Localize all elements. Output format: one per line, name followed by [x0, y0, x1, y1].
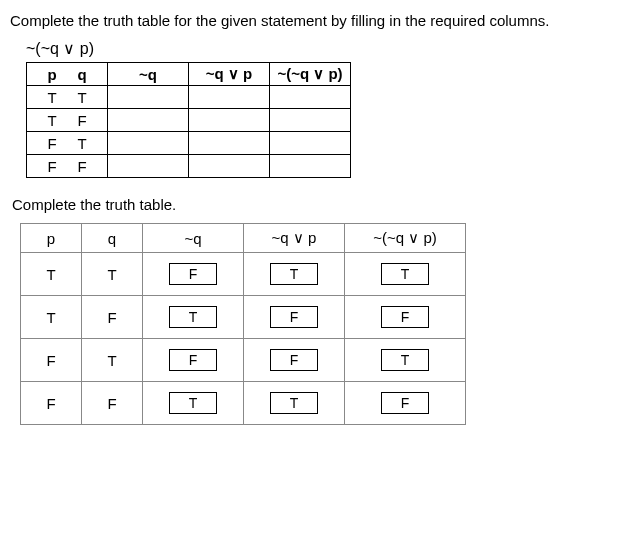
cell-blank: [270, 86, 351, 109]
cell-p: T: [21, 296, 82, 339]
header-p: p: [47, 66, 56, 83]
header-q: q: [77, 66, 86, 83]
table-row: FT: [27, 132, 351, 155]
answer-box[interactable]: T: [169, 392, 217, 414]
table-row: TT: [27, 86, 351, 109]
header-q: q: [82, 224, 143, 253]
answer-box[interactable]: T: [169, 306, 217, 328]
cell-blank: [270, 109, 351, 132]
truth-table-blank: p q ~q ~q ∨ p ~(~q ∨ p) TT TF FT FF: [26, 62, 351, 178]
header-nq: ~q: [143, 224, 244, 253]
table-row: T F T F F: [21, 296, 466, 339]
answer-box[interactable]: T: [270, 392, 318, 414]
table-row: F F T T F: [21, 382, 466, 425]
answer-box[interactable]: F: [381, 392, 429, 414]
cell-p: T: [21, 253, 82, 296]
cell-p: F: [21, 339, 82, 382]
cell-q: F: [82, 382, 143, 425]
table-row: FF: [27, 155, 351, 178]
answer-box[interactable]: T: [381, 349, 429, 371]
answer-box[interactable]: T: [270, 263, 318, 285]
expression-text: ~(~q ∨ p): [26, 39, 633, 58]
header-nqvp: ~q ∨ p: [244, 224, 345, 253]
truth-table-answers: p q ~q ~q ∨ p ~(~q ∨ p) T T F T T T F T …: [20, 223, 466, 425]
answer-box[interactable]: F: [270, 349, 318, 371]
answer-box[interactable]: F: [169, 263, 217, 285]
instruction-text: Complete the truth table for the given s…: [10, 12, 633, 29]
cell-p: F: [47, 135, 56, 152]
cell-q: F: [82, 296, 143, 339]
cell-blank: [270, 155, 351, 178]
cell-blank: [108, 155, 189, 178]
header-final: ~(~q ∨ p): [345, 224, 466, 253]
header-final: ~(~q ∨ p): [270, 63, 351, 86]
cell-blank: [189, 155, 270, 178]
cell-blank: [108, 86, 189, 109]
cell-q: F: [77, 112, 86, 129]
table-row: F T F F T: [21, 339, 466, 382]
table-row: T T F T T: [21, 253, 466, 296]
cell-blank: [108, 109, 189, 132]
cell-p: T: [47, 112, 56, 129]
header-p: p: [21, 224, 82, 253]
subinstruction-text: Complete the truth table.: [12, 196, 633, 213]
cell-p: F: [21, 382, 82, 425]
table-row: TF: [27, 109, 351, 132]
cell-blank: [189, 132, 270, 155]
cell-p: F: [47, 158, 56, 175]
cell-q: F: [77, 158, 86, 175]
cell-blank: [108, 132, 189, 155]
cell-p: T: [47, 89, 56, 106]
cell-blank: [189, 86, 270, 109]
header-pq: p q: [27, 63, 108, 86]
answer-box[interactable]: F: [169, 349, 217, 371]
cell-blank: [189, 109, 270, 132]
cell-q: T: [82, 339, 143, 382]
header-nq: ~q: [108, 63, 189, 86]
cell-blank: [270, 132, 351, 155]
header-nqvp: ~q ∨ p: [189, 63, 270, 86]
cell-q: T: [82, 253, 143, 296]
answer-box[interactable]: F: [381, 306, 429, 328]
answer-box[interactable]: T: [381, 263, 429, 285]
cell-q: T: [77, 89, 86, 106]
answer-box[interactable]: F: [270, 306, 318, 328]
cell-q: T: [77, 135, 86, 152]
